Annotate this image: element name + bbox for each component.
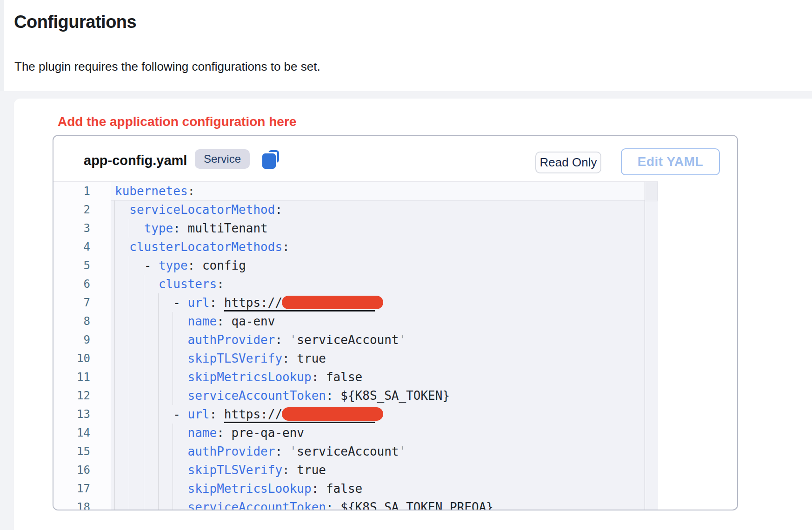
token-key: authProvider [188, 444, 275, 458]
code-line: authProvider: 'serviceAccount' [111, 331, 658, 349]
line-number: 8 [53, 312, 111, 331]
token-key: type [144, 221, 173, 235]
token-key: clusterLocatorMethods [129, 240, 282, 254]
instruction-label: Add the application configuration here [58, 114, 296, 129]
code-line: - type: config [111, 256, 658, 275]
token-d: - [173, 407, 187, 421]
token-key: name [188, 426, 217, 440]
token-v: serviceAccount [297, 333, 399, 347]
code-line: skipTLSVerify: true [111, 461, 658, 479]
code-line: serviceLocatorMethod: [111, 200, 658, 219]
token-p: : [275, 333, 289, 347]
token-q: ' [399, 444, 406, 458]
copy-icon[interactable] [262, 150, 281, 170]
code-line: skipTLSVerify: true [111, 349, 658, 368]
code-editor[interactable]: 123456789101112131415161718 kubernetes: … [53, 181, 658, 510]
copy-icon-front-square [262, 153, 276, 169]
filename-label: app-config.yaml [84, 153, 187, 168]
code-line: skipMetricsLookup: false [111, 368, 658, 386]
code-line: skipMetricsLookup: false [111, 479, 658, 498]
line-number: 6 [53, 275, 111, 293]
line-number: 12 [53, 386, 111, 405]
token-key: clusters [159, 277, 217, 291]
line-number: 15 [53, 442, 111, 461]
page-subtitle: The plugin requires the following config… [14, 60, 320, 74]
code-line: - url: https:// [111, 405, 658, 424]
token-p: : [282, 240, 290, 254]
token-v: false [326, 370, 362, 384]
token-q: ' [290, 333, 297, 347]
token-q: ' [399, 333, 406, 347]
token-key: serviceLocatorMethod [129, 203, 275, 217]
line-number: 10 [53, 349, 111, 368]
line-number-gutter: 123456789101112131415161718 [53, 182, 111, 510]
token-p: : [312, 370, 326, 384]
token-key: skipMetricsLookup [188, 370, 312, 384]
line-number: 18 [53, 498, 111, 510]
code-line: serviceAccountToken: ${K8S_SA_TOKEN} [111, 386, 658, 405]
line-number: 2 [53, 200, 111, 219]
code-line: serviceAccountToken: ${K8S_SA_TOKEN_PREQ… [111, 498, 658, 510]
line-number: 1 [53, 182, 111, 200]
configuration-card: Add the application configuration here a… [14, 99, 812, 530]
token-p: : [275, 203, 282, 217]
read-only-button[interactable]: Read Only [535, 152, 601, 173]
code-line: kubernetes: [111, 182, 658, 200]
redaction-pill [282, 296, 383, 309]
token-p: : [188, 258, 202, 272]
token-key: skipTLSVerify [188, 463, 283, 477]
token-p: : [217, 426, 231, 440]
code-line: clusters: [111, 275, 658, 293]
line-number: 3 [53, 219, 111, 238]
token-v: true [297, 351, 326, 365]
token-v: false [326, 482, 362, 496]
token-p: : [173, 221, 187, 235]
token-key: url [188, 407, 210, 421]
token-v: ${K8S_SA_TOKEN} [340, 389, 450, 403]
token-v: multiTenant [188, 221, 268, 235]
redaction-pill [282, 407, 383, 421]
token-p: : [326, 389, 340, 403]
token-v: config [202, 258, 246, 272]
scrollbar-thumb[interactable] [645, 182, 658, 201]
edit-yaml-button[interactable]: Edit YAML [621, 148, 720, 175]
token-key: type [159, 258, 188, 272]
token-p: : [217, 277, 224, 291]
code-line: type: multiTenant [111, 219, 658, 238]
token-key: name [188, 314, 217, 328]
token-v: pre-qa-env [231, 426, 304, 440]
token-p: : [210, 407, 224, 421]
code-line: name: qa-env [111, 312, 658, 331]
scrollbar-track-divider [645, 182, 645, 510]
line-number: 11 [53, 368, 111, 386]
line-number: 4 [53, 238, 111, 256]
code-line: authProvider: 'serviceAccount' [111, 442, 658, 461]
page-title: Configurations [14, 12, 136, 32]
code-content: kubernetes: serviceLocatorMethod: type: … [111, 182, 658, 510]
line-number: 14 [53, 424, 111, 442]
code-line: name: pre-qa-env [111, 424, 658, 442]
token-key: serviceAccountToken [188, 500, 326, 510]
token-key: url [188, 296, 210, 310]
token-key: serviceAccountToken [188, 389, 326, 403]
code-line: - url: https:// [111, 293, 658, 312]
token-v: serviceAccount [297, 444, 399, 458]
token-q: ' [290, 444, 297, 458]
token-v: ${K8S_SA_TOKEN_PREQA} [340, 500, 493, 510]
token-p: : [275, 444, 289, 458]
service-badge: Service [195, 149, 250, 169]
token-p: : [326, 500, 340, 510]
token-p: : [312, 482, 326, 496]
token-url: https:// [224, 407, 282, 421]
token-p: : [188, 184, 195, 198]
yaml-editor-panel: app-config.yaml Service Read Only Edit Y… [53, 135, 738, 510]
token-key: authProvider [188, 333, 275, 347]
line-number: 9 [53, 331, 111, 349]
token-d: - [144, 258, 159, 272]
token-v: true [297, 463, 326, 477]
token-key: skipTLSVerify [188, 351, 283, 365]
token-p: : [282, 463, 297, 477]
token-d: - [173, 296, 187, 310]
token-v: qa-env [231, 314, 275, 328]
token-p: : [217, 314, 231, 328]
